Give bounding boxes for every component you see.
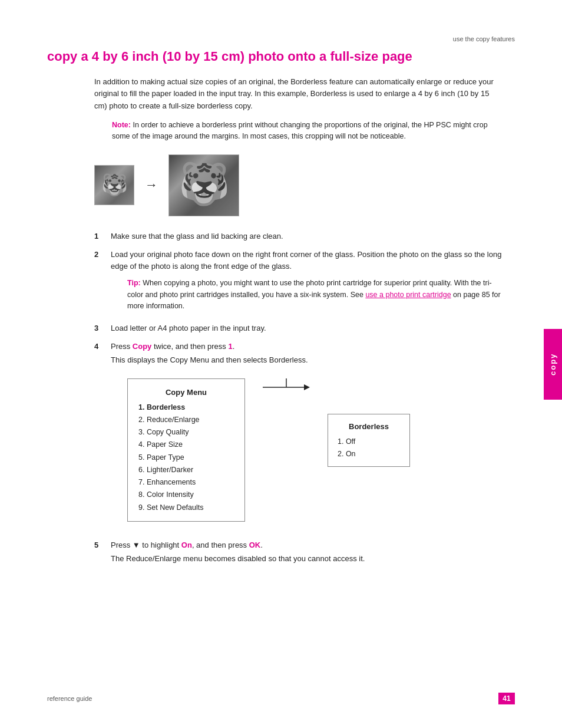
copy-menu-box: Copy Menu 1. Borderless 2. Reduce/Enlarg… xyxy=(127,378,245,522)
note-block: Note: In order to achieve a borderless p… xyxy=(112,120,503,143)
page-title: copy a 4 by 6 inch (10 by 15 cm) photo o… xyxy=(47,48,515,65)
step-5-period: . xyxy=(260,541,263,549)
copy-menu-item-3: 3. Copy Quality xyxy=(138,426,234,439)
page-footer: reference guide 41 xyxy=(0,693,562,704)
step-2: 2 Load your original photo face down on … xyxy=(94,249,503,317)
copy-menu-item-2: 2. Reduce/Enlarge xyxy=(138,414,234,426)
step-2-content: Load your original photo face down on th… xyxy=(111,249,503,317)
steps-list: 1 Make sure that the glass and lid backi… xyxy=(94,230,503,565)
tip-block: Tip: When copying a photo, you might wan… xyxy=(127,278,503,312)
step-2-number: 2 xyxy=(94,249,104,317)
step-5-subtext: The Reduce/Enlarge menu becomes disabled… xyxy=(111,553,503,565)
copy-menu-item-8: 8. Color Intensity xyxy=(138,489,234,501)
step-5-text-before: Press xyxy=(111,541,133,549)
borderless-menu-box: Borderless 1. Off 2. On xyxy=(328,414,410,467)
step-5-text: Press ▼ to highlight On, and then press … xyxy=(111,539,503,552)
copy-menu-item-9: 9. Set New Defaults xyxy=(138,502,234,514)
down-arrow-symbol: ▼ xyxy=(133,541,140,549)
footer-label: reference guide xyxy=(47,695,92,702)
connector-area xyxy=(263,378,310,406)
borderless-item-1: 1. Off xyxy=(338,436,400,448)
borderless-item-2: 2. On xyxy=(338,448,400,460)
page-container: use the copy features copy a 4 by 6 inch… xyxy=(0,0,562,728)
step-1-number: 1 xyxy=(94,230,104,243)
step-5-number: 5 xyxy=(94,539,104,565)
copy-menu-item-5: 5. Paper Type xyxy=(138,452,234,464)
number-one: 1 xyxy=(228,342,232,351)
right-tab: copy xyxy=(544,329,562,400)
ok-word: OK xyxy=(249,541,261,549)
step-4-period: . xyxy=(233,342,235,351)
step-4: 4 Press Copy twice, and then press 1. Th… xyxy=(94,341,503,533)
arrow-right-icon: → xyxy=(145,177,158,193)
note-label: Note: xyxy=(112,121,131,129)
step-5-content: Press ▼ to highlight On, and then press … xyxy=(111,539,503,565)
step-3-text: Load letter or A4 photo paper in the inp… xyxy=(111,322,503,335)
photo-large xyxy=(168,154,239,216)
copy-menu-item-1: 1. Borderless xyxy=(138,401,234,414)
menus-area: Copy Menu 1. Borderless 2. Reduce/Enlarg… xyxy=(127,378,503,522)
step-4-text-before: Press xyxy=(111,342,133,351)
borderless-menu-title: Borderless xyxy=(338,420,400,433)
step-4-text-middle: twice, and then press xyxy=(151,342,228,351)
note-text: In order to achieve a borderless print w… xyxy=(112,121,488,140)
copy-menu-title: Copy Menu xyxy=(138,386,234,399)
main-content: In addition to making actual size copies… xyxy=(94,76,503,565)
step-1-text: Make sure that the glass and lid backing… xyxy=(111,230,503,243)
section-label: use the copy features xyxy=(47,35,515,42)
photo-cartridge-link[interactable]: use a photo print cartridge xyxy=(365,291,451,299)
copy-menu-item-6: 6. Lighter/Darker xyxy=(138,464,234,476)
page-number: 41 xyxy=(498,693,515,704)
step-5: 5 Press ▼ to highlight On, and then pres… xyxy=(94,539,503,565)
step-4-text: Press Copy twice, and then press 1. xyxy=(111,341,503,353)
photo-illustration: → xyxy=(94,154,503,216)
step-3-number: 3 xyxy=(94,322,104,335)
on-word: On xyxy=(181,541,192,549)
step-5-text-middle: to highlight xyxy=(140,541,181,549)
step-4-content: Press Copy twice, and then press 1. This… xyxy=(111,341,503,533)
intro-paragraph: In addition to making actual size copies… xyxy=(94,76,503,113)
copy-menu-item-4: 4. Paper Size xyxy=(138,439,234,451)
photo-small xyxy=(94,165,134,205)
step-4-subtext: This displays the Copy Menu and then sel… xyxy=(111,354,503,367)
step-4-number: 4 xyxy=(94,341,104,533)
step-2-text: Load your original photo face down on th… xyxy=(111,250,501,271)
step-3: 3 Load letter or A4 photo paper in the i… xyxy=(94,322,503,335)
connector-arrow-svg xyxy=(263,378,310,396)
copy-menu-item-7: 7. Enhancements xyxy=(138,476,234,489)
comma: , and then press xyxy=(192,541,249,549)
copy-word: Copy xyxy=(133,342,152,351)
tip-label: Tip: xyxy=(127,279,141,287)
step-1: 1 Make sure that the glass and lid backi… xyxy=(94,230,503,243)
svg-marker-3 xyxy=(304,384,310,390)
